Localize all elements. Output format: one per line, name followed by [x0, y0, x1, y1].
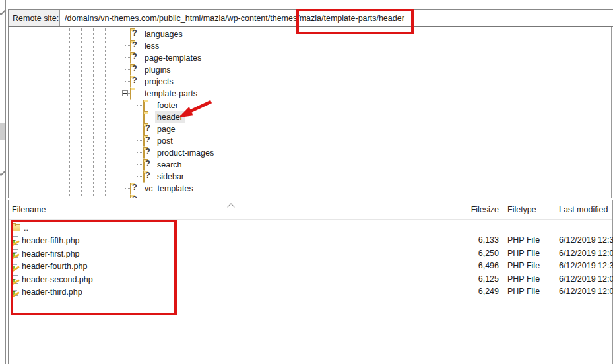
file-type: PHP File	[507, 234, 540, 247]
scrollbar-thumb[interactable]	[0, 123, 5, 140]
folder-question-icon	[143, 172, 145, 183]
tree-item-page-templates[interactable]: page-templates	[9, 52, 611, 64]
list-header: Filename Filesize Filetype Last modified	[9, 200, 612, 220]
column-header-filetype[interactable]: Filetype	[507, 200, 536, 219]
folder-question-icon	[143, 148, 145, 159]
folder-question-icon	[130, 53, 131, 64]
tree-item-page[interactable]: page	[9, 123, 611, 135]
column-divider[interactable]	[503, 202, 503, 218]
tree-item-label: search	[155, 159, 184, 171]
folder-question-icon	[143, 136, 145, 147]
folder-question-icon	[130, 30, 131, 40]
tree-item-label: page-templates	[143, 52, 203, 64]
tree-connector	[125, 57, 130, 58]
tree-item-label: languages	[143, 28, 185, 40]
tree-item-projects[interactable]: projects	[9, 76, 611, 88]
annotation-rect-path	[296, 9, 414, 34]
tree-item-less[interactable]: less	[9, 40, 611, 52]
column-header-filename[interactable]: Filename	[12, 200, 46, 219]
sort-asc-icon	[227, 203, 234, 210]
file-size: 6,133	[430, 234, 499, 247]
folder-question-icon	[130, 184, 131, 195]
left-pane-edge	[0, 0, 8, 364]
column-divider[interactable]	[455, 202, 455, 218]
folder-icon	[143, 101, 145, 111]
file-type: PHP File	[507, 273, 540, 286]
folder-icon	[143, 113, 145, 123]
tree-connector	[137, 129, 142, 129]
file-size: 6,250	[430, 247, 499, 260]
tree-item-template-parts[interactable]: template-parts	[9, 88, 611, 100]
folder-question-icon	[130, 42, 131, 52]
column-divider[interactable]	[554, 202, 554, 218]
file-modified: 6/12/2019 12:3..	[559, 260, 613, 272]
folder-icon	[130, 89, 131, 100]
tree-item-label: sidebar	[155, 171, 186, 183]
tree-item-search[interactable]: search	[9, 159, 611, 171]
file-type: PHP File	[507, 260, 540, 272]
file-size: 6,249	[430, 286, 499, 298]
column-header-filesize[interactable]: Filesize	[430, 200, 499, 219]
tree-connector	[137, 176, 142, 177]
tree-connector	[137, 105, 142, 106]
tree-item-vc-templates[interactable]: vc_templates	[9, 183, 611, 195]
folder-question-icon	[130, 65, 131, 76]
folder-question-icon	[130, 77, 131, 88]
divider	[3, 195, 3, 364]
tree-connector	[125, 81, 130, 82]
remote-directory-tree[interactable]: languages less page-templates plugins pr…	[8, 27, 612, 198]
tree-item-sidebar[interactable]: sidebar	[9, 171, 611, 183]
tree-connector	[137, 140, 142, 141]
tree-connector	[137, 164, 142, 165]
file-modified: 6/12/2019 12:3..	[559, 234, 613, 247]
tree-item-footer[interactable]: footer	[9, 100, 611, 111]
tree-connector	[125, 69, 130, 70]
file-type: PHP File	[507, 247, 540, 260]
tree-item-label: post	[155, 135, 175, 147]
remote-site-label-text: Remote site:	[13, 14, 59, 23]
collapse-expander[interactable]	[122, 90, 128, 96]
tree-item-label: less	[143, 40, 161, 52]
file-modified: 6/12/2019 12:0..	[559, 273, 613, 286]
tree-item-post[interactable]: post	[9, 135, 611, 147]
file-size: 6,125	[430, 273, 499, 286]
file-type: PHP File	[507, 286, 540, 298]
tree-item-label: plugins	[143, 64, 173, 76]
annotation-arrow	[173, 96, 215, 121]
tree-connector	[137, 117, 142, 117]
annotation-rect-files	[11, 220, 177, 315]
pane-splitter[interactable]	[5, 0, 6, 364]
tree-item-header[interactable]: header	[9, 111, 611, 123]
tree-item-label: vc_templates	[143, 183, 195, 195]
divider	[3, 0, 3, 195]
tree-item-plugins[interactable]: plugins	[9, 64, 611, 76]
tree-connector	[125, 46, 130, 46]
panel-border	[8, 198, 612, 198]
tree-item-label: page	[155, 123, 177, 135]
folder-question-icon	[143, 160, 145, 171]
file-modified: 6/12/2019 12:0..	[559, 247, 613, 260]
tree-item-product-images[interactable]: product-images	[9, 147, 611, 159]
column-header-last-modified[interactable]: Last modified	[559, 200, 608, 219]
filezilla-remote-pane: Remote site: /domains/vn-themes.com/publ…	[0, 0, 613, 364]
tree-item-label: projects	[143, 76, 176, 88]
folder-question-icon	[143, 125, 145, 135]
file-modified: 6/12/2019 12:0..	[559, 286, 613, 298]
tree-item-label: product-images	[155, 147, 216, 159]
remote-site-label: Remote site:	[9, 10, 60, 26]
tree-connector	[125, 34, 130, 34]
tree-connector	[137, 152, 142, 153]
file-size: 6,496	[430, 260, 499, 272]
tree-connector	[125, 188, 130, 189]
